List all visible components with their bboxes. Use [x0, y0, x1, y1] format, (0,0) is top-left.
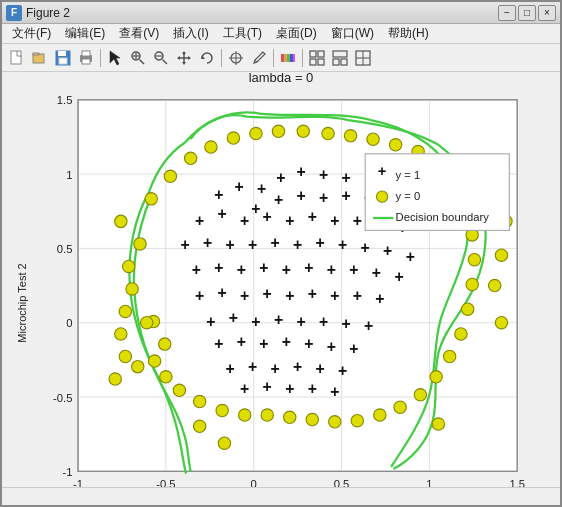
svg-text:-1: -1 — [73, 478, 83, 487]
svg-text:0: 0 — [251, 478, 257, 487]
menu-insert[interactable]: 插入(I) — [167, 23, 214, 44]
svg-text:+: + — [248, 357, 257, 374]
figure-options2-button[interactable] — [329, 47, 351, 69]
svg-rect-31 — [310, 51, 316, 57]
svg-line-15 — [163, 59, 168, 64]
svg-point-99 — [455, 327, 467, 339]
svg-text:0: 0 — [66, 317, 72, 329]
svg-rect-26 — [281, 54, 284, 62]
toolbar — [2, 44, 560, 72]
svg-text:+: + — [276, 168, 285, 185]
svg-text:+: + — [214, 258, 223, 275]
svg-point-114 — [160, 370, 172, 382]
data-cursor-button[interactable] — [225, 47, 247, 69]
svg-text:+: + — [218, 283, 227, 300]
svg-point-70 — [141, 316, 153, 328]
svg-rect-33 — [310, 59, 316, 65]
colormap-button[interactable] — [277, 47, 299, 69]
svg-point-109 — [261, 408, 273, 420]
figure-options3-button[interactable] — [352, 47, 374, 69]
new-figure-button[interactable] — [6, 47, 28, 69]
toolbar-separator-4 — [302, 49, 303, 67]
svg-point-103 — [394, 400, 406, 412]
menu-edit[interactable]: 编辑(E) — [59, 23, 111, 44]
title-bar-controls: − □ × — [498, 5, 556, 21]
menu-bar: 文件(F) 编辑(E) 查看(V) 插入(I) 工具(T) 桌面(D) 窗口(W… — [2, 24, 560, 44]
svg-rect-36 — [333, 59, 339, 65]
menu-window[interactable]: 窗口(W) — [325, 23, 380, 44]
menu-view[interactable]: 查看(V) — [113, 23, 165, 44]
svg-point-73 — [115, 327, 127, 339]
svg-text:+: + — [251, 312, 260, 329]
svg-point-119 — [218, 437, 230, 449]
svg-point-79 — [145, 192, 157, 204]
svg-text:1.5: 1.5 — [57, 94, 73, 106]
svg-text:+: + — [338, 362, 347, 379]
svg-text:+: + — [259, 258, 268, 275]
svg-rect-8 — [82, 59, 90, 64]
maximize-button[interactable]: □ — [518, 5, 536, 21]
rotate-button[interactable] — [196, 47, 218, 69]
zoom-out-button[interactable] — [150, 47, 172, 69]
svg-point-121 — [495, 248, 507, 260]
svg-text:+: + — [341, 168, 350, 185]
svg-text:+: + — [214, 335, 223, 352]
svg-text:+: + — [406, 247, 415, 264]
menu-help[interactable]: 帮助(H) — [382, 23, 435, 44]
open-button[interactable] — [29, 47, 51, 69]
svg-point-72 — [119, 350, 131, 362]
svg-point-116 — [489, 279, 501, 291]
menu-file[interactable]: 文件(F) — [6, 23, 57, 44]
minimize-button[interactable]: − — [498, 5, 516, 21]
svg-text:+: + — [330, 382, 339, 399]
svg-text:+: + — [263, 378, 272, 395]
svg-marker-19 — [177, 56, 180, 60]
svg-rect-35 — [333, 51, 347, 57]
svg-text:+: + — [304, 335, 313, 352]
zoom-in-button[interactable] — [127, 47, 149, 69]
svg-text:0.5: 0.5 — [57, 242, 73, 254]
plot-wrapper: lambda = 0 Microchip Test 2 — [11, 72, 551, 487]
svg-text:+: + — [349, 339, 358, 356]
svg-text:+: + — [293, 357, 302, 374]
print-button[interactable] — [75, 47, 97, 69]
figure-options-button[interactable] — [306, 47, 328, 69]
svg-text:+: + — [316, 234, 325, 251]
save-button[interactable] — [52, 47, 74, 69]
plot-svg-container[interactable]: -1 -0.5 0 0.5 1 1.5 -1 -0.5 0 0.5 1 — [33, 87, 551, 488]
svg-point-205 — [376, 190, 387, 201]
svg-text:+: + — [240, 380, 249, 397]
svg-point-113 — [173, 384, 185, 396]
brush-button[interactable] — [248, 47, 270, 69]
svg-text:+: + — [251, 200, 260, 217]
menu-tools[interactable]: 工具(T) — [217, 23, 268, 44]
pointer-button[interactable] — [104, 47, 126, 69]
svg-text:+: + — [237, 333, 246, 350]
svg-point-74 — [119, 305, 131, 317]
pan-button[interactable] — [173, 47, 195, 69]
svg-text:+: + — [296, 186, 305, 203]
svg-text:+: + — [383, 241, 392, 258]
svg-line-25 — [255, 60, 257, 62]
svg-text:+: + — [319, 189, 328, 206]
toolbar-separator-3 — [273, 49, 274, 67]
svg-point-83 — [227, 131, 239, 143]
svg-line-11 — [140, 59, 145, 64]
matlab-figure-window: F Figure 2 − □ × 文件(F) 编辑(E) 查看(V) 插入(I)… — [0, 0, 562, 507]
svg-point-107 — [306, 413, 318, 425]
svg-text:+: + — [296, 312, 305, 329]
svg-text:+: + — [271, 360, 280, 377]
svg-text:+: + — [341, 315, 350, 332]
svg-point-100 — [443, 350, 455, 362]
svg-rect-30 — [293, 54, 295, 62]
close-button[interactable]: × — [538, 5, 556, 21]
svg-point-96 — [468, 253, 480, 265]
svg-point-98 — [461, 303, 473, 315]
svg-point-106 — [329, 415, 341, 427]
svg-text:+: + — [206, 312, 215, 329]
svg-point-85 — [272, 125, 284, 137]
menu-desktop[interactable]: 桌面(D) — [270, 23, 323, 44]
svg-point-80 — [164, 170, 176, 182]
svg-text:+: + — [338, 236, 347, 253]
svg-text:-0.5: -0.5 — [53, 391, 72, 403]
